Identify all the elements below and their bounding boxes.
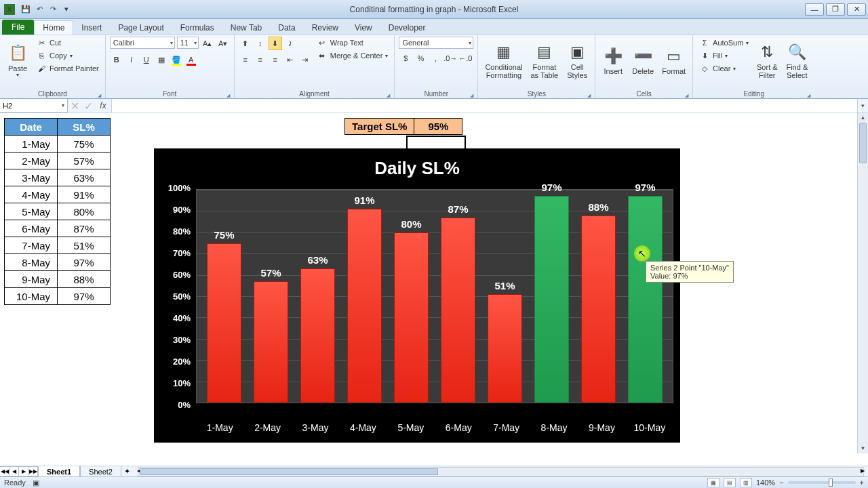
border-button[interactable]: ▦: [155, 53, 168, 66]
worksheet-area[interactable]: DateSL% 1-May75%2-May57%3-May63%4-May91%…: [0, 113, 868, 466]
tab-file[interactable]: File: [2, 20, 34, 35]
formula-input[interactable]: [111, 99, 857, 113]
minimize-button[interactable]: —: [805, 3, 824, 16]
table-cell[interactable]: 2-May: [5, 152, 58, 169]
table-cell[interactable]: 91%: [58, 186, 111, 203]
format-painter-button[interactable]: 🖌Format Painter: [34, 62, 101, 75]
chart[interactable]: Daily SL% 0%10%20%30%40%50%60%70%80%90%1…: [154, 148, 680, 443]
italic-button[interactable]: I: [125, 53, 138, 66]
autosum-button[interactable]: ΣAutoSum▾: [697, 37, 751, 49]
zoom-slider[interactable]: [788, 481, 856, 484]
table-cell[interactable]: 10-May: [5, 288, 58, 305]
delete-cells-button[interactable]: ➖Delete: [629, 37, 656, 84]
macro-record-icon[interactable]: ▣: [33, 479, 39, 487]
decrease-decimal-button[interactable]: ←.0: [458, 52, 472, 65]
bar[interactable]: 51%: [488, 294, 522, 403]
target-label[interactable]: Target SL%: [344, 118, 414, 135]
last-sheet-button[interactable]: ▶▶: [28, 466, 38, 476]
scroll-down-icon[interactable]: ▼: [858, 444, 868, 453]
clear-button[interactable]: ◇Clear▾: [697, 62, 751, 75]
new-sheet-button[interactable]: ✦: [121, 467, 134, 476]
table-cell[interactable]: 4-May: [5, 186, 58, 203]
merge-center-button[interactable]: ⬌Merge & Center▾: [315, 49, 391, 62]
header-date[interactable]: Date: [5, 119, 58, 136]
hscroll-thumb[interactable]: [140, 468, 438, 475]
sort-filter-button[interactable]: ⇅Sort & Filter: [753, 37, 781, 84]
close-button[interactable]: ✕: [847, 3, 866, 16]
copy-button[interactable]: ⎘Copy▾: [34, 49, 101, 62]
align-middle-button[interactable]: ↕: [254, 37, 267, 50]
sheet-tab-2[interactable]: Sheet2: [80, 466, 121, 477]
font-name-combo[interactable]: Calibri: [110, 37, 175, 49]
wrap-text-button[interactable]: ↩Wrap Text: [315, 37, 391, 49]
bar[interactable]: 97%: [534, 196, 569, 403]
tab-view[interactable]: View: [347, 21, 380, 35]
percent-button[interactable]: %: [414, 52, 427, 65]
align-center-button[interactable]: ≡: [254, 53, 267, 66]
decrease-indent-button[interactable]: ⇤: [283, 53, 297, 66]
conditional-formatting-button[interactable]: ▦Conditional Formatting: [482, 37, 525, 84]
table-cell[interactable]: 87%: [58, 220, 111, 237]
table-cell[interactable]: 9-May: [5, 271, 58, 288]
expand-formula-bar-icon[interactable]: ▾: [857, 99, 868, 113]
fill-color-button[interactable]: 🪣: [170, 53, 183, 66]
align-right-button[interactable]: ≡: [269, 53, 282, 66]
zoom-handle[interactable]: [829, 479, 833, 487]
align-bottom-button[interactable]: ⬇: [269, 37, 282, 50]
table-cell[interactable]: 57%: [58, 152, 111, 169]
bar[interactable]: 87%: [441, 218, 475, 403]
orientation-button[interactable]: ⤸: [283, 37, 297, 50]
tab-newtab[interactable]: New Tab: [222, 21, 270, 35]
qat-dropdown-icon[interactable]: ▾: [61, 4, 72, 15]
align-left-button[interactable]: ≡: [239, 53, 252, 66]
bar[interactable]: 63%: [300, 268, 335, 403]
zoom-out-button[interactable]: −: [779, 479, 783, 487]
comma-button[interactable]: ,: [429, 52, 442, 65]
increase-indent-button[interactable]: ⇥: [298, 53, 312, 66]
bar[interactable]: 88%: [581, 216, 616, 403]
page-break-view-button[interactable]: ▥: [740, 478, 752, 487]
tab-page-layout[interactable]: Page Layout: [110, 21, 172, 35]
table-cell[interactable]: 7-May: [5, 237, 58, 254]
zoom-in-button[interactable]: +: [860, 479, 864, 487]
bar[interactable]: 97%: [628, 196, 663, 403]
font-size-combo[interactable]: 11: [177, 37, 199, 49]
table-cell[interactable]: 1-May: [5, 136, 58, 152]
table-cell[interactable]: 80%: [58, 203, 111, 220]
plot-area[interactable]: 75%57%63%91%80%87%51%97%88%97%: [196, 189, 673, 403]
table-cell[interactable]: 5-May: [5, 203, 58, 220]
align-top-button[interactable]: ⬆: [239, 37, 252, 50]
bar[interactable]: 57%: [254, 281, 288, 403]
increase-decimal-button[interactable]: .0→: [443, 52, 457, 65]
scrollbar-thumb[interactable]: [859, 123, 867, 163]
first-sheet-button[interactable]: ◀◀: [0, 466, 9, 476]
table-cell[interactable]: 3-May: [5, 169, 58, 186]
horizontal-scrollbar[interactable]: ◀▶: [138, 467, 864, 476]
normal-view-button[interactable]: ▦: [707, 478, 719, 487]
table-cell[interactable]: 6-May: [5, 220, 58, 237]
tab-home[interactable]: Home: [34, 20, 73, 35]
redo-icon[interactable]: ↷: [47, 4, 58, 15]
tab-review[interactable]: Review: [304, 21, 347, 35]
prev-sheet-button[interactable]: ◀: [9, 466, 19, 476]
number-format-combo[interactable]: General: [399, 37, 473, 49]
tab-formulas[interactable]: Formulas: [172, 21, 222, 35]
cut-button[interactable]: ✂Cut: [34, 37, 101, 49]
bar[interactable]: 80%: [394, 232, 429, 403]
font-color-button[interactable]: A: [184, 53, 198, 66]
decrease-font-icon[interactable]: A▾: [216, 37, 230, 50]
scroll-up-icon[interactable]: ▲: [858, 113, 868, 123]
fx-icon[interactable]: fx: [95, 101, 111, 110]
table-cell[interactable]: 97%: [58, 288, 111, 305]
table-cell[interactable]: 63%: [58, 169, 111, 186]
format-cells-button[interactable]: ▭Format: [659, 37, 688, 84]
sheet-tab-1[interactable]: Sheet1: [38, 466, 80, 477]
header-sl[interactable]: SL%: [58, 119, 111, 136]
vertical-scrollbar[interactable]: ▲ ▼: [857, 113, 868, 453]
next-sheet-button[interactable]: ▶: [18, 466, 28, 476]
table-cell[interactable]: 75%: [58, 136, 111, 152]
maximize-button[interactable]: ❐: [826, 3, 845, 16]
table-cell[interactable]: 8-May: [5, 254, 58, 271]
table-cell[interactable]: 51%: [58, 237, 111, 254]
table-cell[interactable]: 97%: [58, 254, 111, 271]
